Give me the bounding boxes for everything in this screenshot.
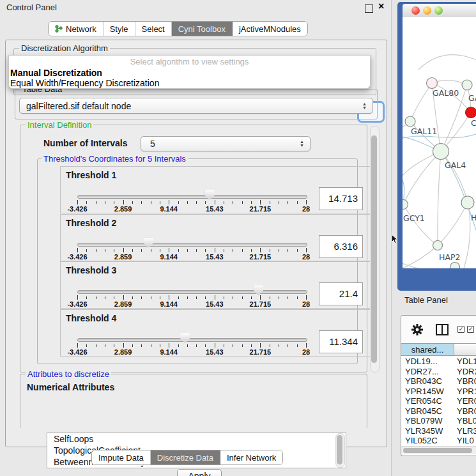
threshold-value-field[interactable]: 11.344	[319, 330, 363, 353]
close-icon[interactable]: ×	[378, 1, 384, 12]
tick-mark	[187, 344, 188, 347]
table-row[interactable]: YLR345WYLR3	[401, 426, 476, 436]
number-of-intervals-combobox[interactable]: 5 ▲▼	[141, 136, 311, 151]
threshold-slider[interactable]: -3.4262.8599.14415.4321.71528	[77, 262, 306, 308]
network-node-gal80[interactable]	[427, 78, 438, 89]
network-node-gal11[interactable]	[405, 116, 415, 127]
table-cell: YBR045C	[401, 406, 454, 416]
table-cell: YBR0	[454, 376, 476, 386]
tick-mark	[306, 343, 307, 348]
tick-mark	[215, 295, 215, 300]
threshold-panel: Threshold 4 -3.4262.8599.14415.4321.7152…	[60, 309, 373, 357]
slider-track[interactable]	[77, 290, 307, 294]
attributes-scrollbar-thumb[interactable]	[337, 435, 342, 464]
network-node-c[interactable]	[466, 107, 476, 118]
apply-button[interactable]: Apply	[177, 469, 222, 476]
threshold-value-field[interactable]: 14.713	[319, 187, 363, 210]
tick-mark	[196, 249, 197, 252]
tab-discretize-data[interactable]: Discretize Data	[151, 450, 220, 464]
tick-label: 15.43	[206, 300, 224, 308]
tick-mark	[169, 248, 169, 252]
table-row[interactable]: YPR145WYPR1	[401, 387, 476, 397]
table-horizontal-scrollbar[interactable]	[401, 446, 476, 454]
tick-mark	[306, 200, 307, 204]
tick-mark	[251, 296, 252, 299]
table-row[interactable]: YDR27...YDR2	[401, 367, 476, 377]
attributes-list-scrollbar[interactable]	[335, 433, 345, 468]
tick-label: 28	[302, 253, 310, 261]
zoom-traffic-light-icon[interactable]	[434, 6, 443, 15]
control-panel-title: Control Panel	[6, 3, 57, 12]
tick-label: 9.144	[160, 205, 178, 213]
tab-impute-data[interactable]: Impute Data	[92, 450, 151, 464]
tick-mark	[224, 249, 224, 252]
minimize-traffic-light-icon[interactable]	[423, 6, 431, 15]
network-node-gcy1[interactable]	[403, 200, 408, 210]
tab-infer-network[interactable]: Infer Network	[220, 450, 282, 464]
main-vertical-scrollbar[interactable]	[370, 126, 380, 372]
tick-mark	[141, 201, 142, 204]
threshold-value-field[interactable]: 6.316	[319, 235, 363, 258]
slider-track[interactable]	[77, 243, 307, 247]
algorithm-option[interactable]: Manual Discretization	[9, 68, 370, 78]
tick-mark	[132, 201, 133, 204]
table-row[interactable]: YBL079WYBL0	[401, 416, 476, 426]
threshold-slider[interactable]: -3.4262.8599.14415.4321.71528	[77, 215, 306, 261]
column-header[interactable]: shared...	[401, 343, 454, 356]
attributes-group-title: Attributes to discretize	[26, 369, 111, 379]
network-node-h[interactable]	[461, 196, 474, 209]
network-node-gal4[interactable]	[433, 144, 449, 160]
threshold-slider[interactable]: -3.4262.8599.14415.4321.71528	[77, 310, 306, 356]
tick-mark	[251, 344, 252, 347]
table-cell: YDL19...	[401, 357, 454, 366]
network-canvas[interactable]: GAL80GACGAL11GAL4GCY1HHAP2	[403, 17, 476, 268]
table-data-combobox-value: galFiltered.sif default node	[26, 101, 131, 111]
tab-jactivemnodules[interactable]: jActiveMNodules	[233, 22, 307, 36]
network-node-label: H	[471, 213, 476, 222]
network-window-titlebar[interactable]	[403, 4, 476, 18]
threshold-value-field[interactable]: 21.4	[319, 282, 363, 305]
close-traffic-light-icon[interactable]	[411, 6, 420, 15]
slider-ticks	[77, 200, 306, 205]
float-window-icon[interactable]	[365, 4, 373, 13]
table-panel-title: Table Panel	[404, 295, 448, 305]
table-row[interactable]: YDL19...YDL1	[401, 357, 476, 367]
tick-mark	[160, 344, 160, 347]
table-cell: YLR345W	[401, 426, 454, 436]
checkbox-icon[interactable]: ✓	[457, 326, 464, 333]
tick-label: 21.715	[250, 253, 272, 261]
slider-track[interactable]	[77, 338, 307, 342]
network-node[interactable]	[450, 263, 460, 269]
gear-icon[interactable]	[411, 324, 423, 335]
column-header[interactable]: n	[454, 343, 476, 356]
tick-mark	[242, 296, 243, 299]
tab-style[interactable]: Style	[104, 22, 135, 36]
slider-track[interactable]	[77, 195, 307, 199]
tick-mark	[205, 249, 206, 252]
attribute-list-item[interactable]: SelfLoops	[47, 433, 346, 445]
tick-mark	[205, 201, 206, 204]
table-data-combobox[interactable]: galFiltered.sif default node ▲▼	[19, 98, 373, 114]
tick-mark	[242, 344, 243, 347]
table-row[interactable]: YBR045CYBR0	[401, 406, 476, 417]
table-row[interactable]: YBR043CYBR0	[401, 376, 476, 387]
network-node-ga[interactable]	[462, 80, 472, 90]
network-node-hap2[interactable]	[433, 241, 443, 250]
tab-select[interactable]: Select	[135, 22, 172, 36]
threshold-slider[interactable]: -3.4262.8599.14415.4321.71528	[77, 167, 306, 213]
tick-label: 28	[302, 300, 310, 308]
table-hscrollbar-thumb[interactable]	[403, 448, 472, 453]
tab-cyni-toolbox[interactable]: Cyni Toolbox	[172, 22, 233, 36]
tick-mark	[260, 343, 261, 348]
tick-mark	[160, 296, 160, 299]
checkbox-icon[interactable]: ✓	[467, 326, 474, 333]
table-row[interactable]: YER054CYER0	[401, 396, 476, 406]
algorithm-option[interactable]: Equal Width/Frequency Discretization	[9, 78, 370, 88]
table-cell: YDL1	[454, 357, 476, 366]
split-columns-icon[interactable]	[436, 324, 449, 335]
table-row[interactable]: YIL052CYIL0	[401, 436, 476, 446]
tab-network[interactable]: Network	[49, 22, 104, 36]
main-scrollbar-thumb[interactable]	[371, 135, 377, 363]
tick-mark	[96, 296, 96, 299]
tick-mark	[270, 344, 270, 347]
